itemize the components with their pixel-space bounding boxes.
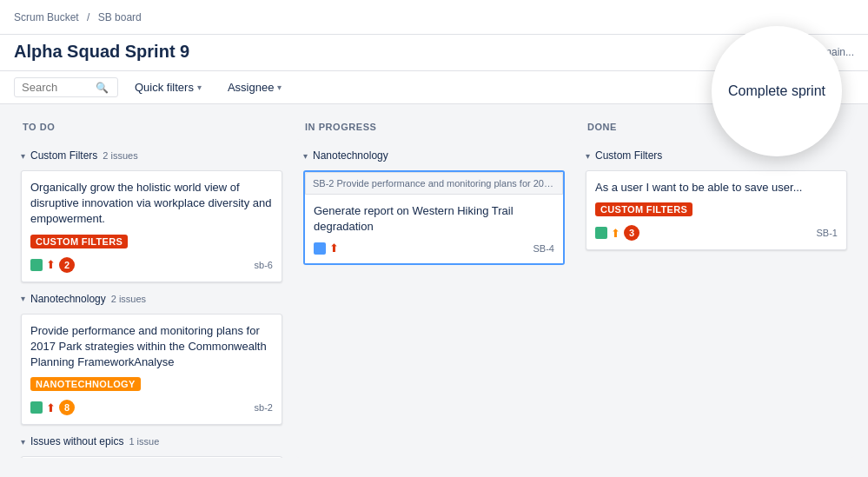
page-title: Alpha Squad Sprint 9 (14, 42, 189, 62)
chevron-down-icon: ▾ (277, 83, 282, 92)
column-header-inprogress: IN PROGRESS (296, 115, 572, 139)
group-count: 1 issue (129, 436, 159, 447)
breadcrumb: Scrum Bucket / SB board (14, 11, 142, 23)
group-header[interactable]: ▾ Nanotechnology (303, 146, 565, 163)
card-id: SB-1 (817, 228, 838, 238)
card-icons: ⬆ (314, 242, 339, 255)
card-title: Provide performance and monitoring plans… (30, 323, 273, 371)
group-name: Nanotechnology (313, 149, 388, 162)
chevron-down-icon: ▾ (21, 151, 25, 161)
priority-high-icon: ⬆ (329, 242, 339, 255)
column-header-todo: TO DO (14, 115, 289, 139)
card-id: sb-6 (255, 260, 273, 270)
group-header[interactable]: ▾ Nanotechnology 2 issues (21, 289, 282, 307)
badge: 8 (59, 400, 75, 415)
card[interactable]: Provide performance and monitoring plans… (21, 314, 282, 426)
card-title: Generate report on Western Hiking Trail … (314, 203, 554, 235)
breadcrumb-part2[interactable]: SB board (98, 11, 142, 23)
search-input[interactable] (22, 81, 96, 94)
group-header[interactable]: ▾ Issues without epics 1 issue (21, 432, 282, 449)
group-header[interactable]: ▾ Custom Filters 2 issues (21, 146, 282, 163)
complete-sprint-label: Complete sprint (719, 74, 834, 109)
column-todo: TO DO▾ Custom Filters 2 issuesOrganicall… (14, 115, 289, 458)
column-inprogress: IN PROGRESS▾ Nanotechnology SB-2 Provide… (296, 115, 572, 458)
assignee-button[interactable]: Assignee ▾ (218, 76, 291, 98)
chevron-down-icon: ▾ (21, 294, 25, 303)
group-name: Issues without epics (30, 435, 123, 447)
card[interactable]: Provide performance and monitoring plans… (21, 456, 282, 458)
breadcrumb-bar: Scrum Bucket / SB board (0, 0, 868, 35)
card-label: NANOTECHNOLOGY (30, 377, 141, 391)
card[interactable]: Organically grow the holistic world view… (21, 170, 282, 282)
card-icons: ⬆ 3 (595, 225, 639, 241)
group-count: 2 issues (111, 294, 146, 304)
badge: 3 (624, 225, 639, 241)
card-id: sb-2 (255, 402, 273, 413)
column-body-inprogress: ▾ Nanotechnology SB-2 Provide performanc… (296, 139, 572, 458)
card-icons: ⬆ 8 (30, 400, 75, 415)
card-footer: ⬆ 8 sb-2 (30, 400, 273, 415)
card-footer: ⬆ SB-4 (314, 242, 554, 255)
column-body-done: ▾ Custom Filters As a user I want to be … (579, 139, 854, 458)
task-icon (314, 242, 326, 255)
board: TO DO▾ Custom Filters 2 issuesOrganicall… (0, 104, 868, 468)
drag-card-header: SB-2 Provide performance and monitoring … (305, 172, 563, 195)
priority-icon: ⬆ (46, 258, 56, 271)
chevron-down-icon: ▾ (197, 83, 202, 92)
card[interactable]: Generate report on Western Hiking Trail … (305, 195, 563, 263)
card-icons: ⬆ 2 (30, 257, 75, 273)
breadcrumb-part1[interactable]: Scrum Bucket (14, 11, 79, 23)
drag-card-wrapper: SB-2 Provide performance and monitoring … (303, 170, 565, 265)
group-name: Custom Filters (595, 149, 662, 162)
story-icon (595, 227, 607, 239)
card-id: SB-4 (533, 243, 554, 254)
card-footer: ⬆ 2 sb-6 (30, 257, 273, 273)
chevron-down-icon: ▾ (586, 151, 590, 161)
priority-icon: ⬆ (611, 227, 620, 240)
card-title: Organically grow the holistic world view… (30, 180, 273, 228)
story-icon (30, 401, 43, 414)
story-icon (30, 259, 43, 271)
card-label: CUSTOM FILTERS (595, 202, 692, 216)
quick-filters-button[interactable]: Quick filters ▾ (125, 76, 211, 98)
group-name: Nanotechnology (30, 293, 106, 305)
complete-sprint-button[interactable]: Complete sprint (712, 26, 842, 156)
search-box[interactable]: 🔍 (14, 77, 118, 97)
card-label: CUSTOM FILTERS (30, 235, 128, 248)
breadcrumb-sep: / (87, 11, 89, 23)
column-body-todo: ▾ Custom Filters 2 issuesOrganically gro… (14, 139, 289, 458)
chevron-down-icon: ▾ (21, 437, 25, 447)
priority-icon: ⬆ (46, 401, 56, 414)
search-icon: 🔍 (96, 82, 109, 94)
group-name: Custom Filters (30, 149, 97, 162)
group-count: 2 issues (103, 150, 137, 161)
card-title: As a user I want to be able to save user… (595, 180, 838, 195)
card-footer: ⬆ 3 SB-1 (595, 225, 838, 241)
group-header[interactable]: ▾ Custom Filters (586, 146, 847, 163)
card[interactable]: As a user I want to be able to save user… (586, 170, 847, 250)
chevron-down-icon: ▾ (303, 151, 308, 161)
column-done: DONE▾ Custom Filters As a user I want to… (579, 115, 854, 458)
badge: 2 (59, 257, 75, 273)
